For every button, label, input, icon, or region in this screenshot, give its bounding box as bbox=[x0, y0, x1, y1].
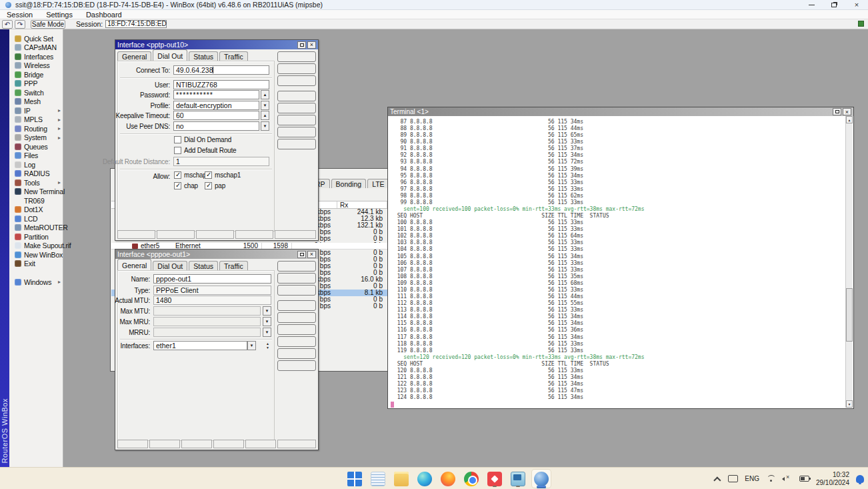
dialog-button[interactable] bbox=[277, 139, 316, 149]
dropdown-arrow-icon[interactable]: ▼ bbox=[263, 317, 271, 326]
terminal-output[interactable]: 87 8.8.8.8 56 115 34ms 88 8.8.8.8 56 115… bbox=[389, 116, 845, 408]
dialog-tab[interactable]: General bbox=[117, 259, 151, 270]
menu-dashboard[interactable]: Dashboard bbox=[79, 10, 129, 19]
sidebar-item[interactable]: Mesh ▸ bbox=[9, 97, 63, 107]
minimize-button[interactable] bbox=[800, 0, 823, 10]
sidebar-item[interactable]: Routing ▸ bbox=[9, 124, 63, 133]
dialog-tab[interactable]: Traffic bbox=[219, 261, 248, 270]
sidebar-item[interactable]: New WinBox ▸ bbox=[9, 250, 63, 260]
menu-session[interactable]: Session bbox=[0, 10, 39, 19]
dialog-button[interactable] bbox=[277, 336, 316, 347]
dialog-button[interactable] bbox=[277, 63, 316, 74]
sidebar-item[interactable]: Bridge ▸ bbox=[9, 70, 63, 79]
pppoe-dialog-titlebar[interactable]: Interface <pppoe-out1> × bbox=[115, 250, 318, 259]
dialog-tab[interactable]: Status bbox=[189, 51, 218, 61]
scrollbar-thumb[interactable] bbox=[846, 288, 853, 342]
dropdown-arrow-icon[interactable]: ▼ bbox=[263, 306, 271, 316]
add-default-route-checkbox[interactable]: Add Default Route bbox=[174, 147, 236, 154]
sidebar-item[interactable]: Tools ▸ bbox=[9, 178, 63, 187]
dialog-button[interactable] bbox=[277, 91, 316, 101]
sidebar-item[interactable]: MetaROUTER ▸ bbox=[9, 223, 63, 233]
max-mru-field[interactable] bbox=[153, 317, 261, 326]
dialog-tab[interactable]: Status bbox=[189, 261, 218, 270]
maximize-button[interactable] bbox=[823, 0, 845, 10]
sidebar-item[interactable]: Queues ▸ bbox=[9, 142, 63, 151]
terminal-scrollbar[interactable]: ▲ ▼ bbox=[845, 116, 853, 408]
mschap1-checkbox[interactable]: mschap1 bbox=[205, 171, 241, 179]
firefox-icon[interactable] bbox=[439, 470, 457, 488]
max-mtu-field[interactable] bbox=[153, 306, 261, 316]
battery-icon[interactable] bbox=[799, 476, 809, 482]
clock[interactable]: 10:32 29/10/2024 bbox=[816, 471, 849, 487]
notepad-icon[interactable] bbox=[369, 470, 387, 488]
sidebar-item[interactable]: New Terminal ▸ bbox=[9, 187, 63, 197]
edge-icon[interactable] bbox=[415, 470, 434, 488]
use-peer-dns-field[interactable]: no bbox=[173, 121, 259, 131]
spinner-icon[interactable]: ▲▼ bbox=[265, 341, 271, 350]
close-button[interactable]: × bbox=[845, 0, 868, 10]
connect-to-field[interactable]: 49.0.64.238 bbox=[173, 65, 269, 75]
dialog-button[interactable] bbox=[277, 103, 316, 113]
dropdown-arrow-icon[interactable]: ▼ bbox=[247, 341, 256, 350]
dialog-button[interactable] bbox=[277, 115, 316, 125]
undo-icon[interactable]: ↶ bbox=[2, 20, 13, 29]
session-field[interactable]: 18:FD:74:15:DB:ED bbox=[105, 20, 167, 28]
sidebar-item[interactable]: Switch ▸ bbox=[9, 88, 63, 97]
collapse-arrow-icon[interactable]: ▲ bbox=[261, 111, 269, 120]
dialog-button[interactable] bbox=[277, 75, 316, 86]
rx-column-header[interactable]: Rx bbox=[340, 201, 348, 209]
restore-icon[interactable] bbox=[833, 108, 841, 115]
sidebar-item[interactable]: Quick Set ▸ bbox=[9, 34, 63, 43]
dialog-tab[interactable]: Traffic bbox=[219, 51, 248, 61]
anydesk-icon[interactable] bbox=[485, 470, 504, 488]
close-icon[interactable]: × bbox=[307, 41, 316, 49]
sidebar-item[interactable]: Wireless ▸ bbox=[9, 61, 63, 71]
sidebar-item[interactable]: Interfaces ▸ bbox=[9, 52, 63, 61]
sidebar-item[interactable]: TR069 ▸ bbox=[9, 196, 63, 205]
dialog-button[interactable] bbox=[277, 300, 316, 311]
interfaces-field[interactable]: ether1 bbox=[153, 341, 247, 350]
tray-chevron-icon[interactable] bbox=[713, 476, 721, 484]
scroll-down-icon[interactable]: ▼ bbox=[846, 400, 853, 408]
terminal-titlebar[interactable]: Terminal <1> × bbox=[388, 107, 853, 116]
dropdown-arrow-icon[interactable]: ▼ bbox=[261, 121, 269, 131]
profile-field[interactable]: default-encryption bbox=[173, 101, 259, 110]
menu-settings[interactable]: Settings bbox=[39, 10, 79, 19]
password-field[interactable]: *********** bbox=[173, 90, 259, 99]
dialog-button[interactable] bbox=[277, 261, 316, 272]
sidebar-item[interactable]: CAPsMAN ▸ bbox=[9, 43, 63, 53]
sidebar-item[interactable]: IP ▸ bbox=[9, 106, 63, 115]
dialog-tab[interactable]: General bbox=[117, 51, 151, 61]
dialog-button[interactable] bbox=[277, 273, 316, 284]
pptp-dialog-titlebar[interactable]: Interface <pptp-out10> × bbox=[115, 40, 318, 49]
default-route-distance-field[interactable]: 1 bbox=[173, 157, 269, 166]
sidebar-item[interactable]: Files ▸ bbox=[9, 151, 63, 161]
redo-icon[interactable]: ↷ bbox=[15, 20, 25, 29]
notification-bell-icon[interactable] bbox=[856, 475, 864, 483]
dialog-tab[interactable]: Dial Out bbox=[153, 49, 187, 61]
mrru-field[interactable] bbox=[153, 328, 261, 337]
sidebar-item[interactable]: Windows ▸ bbox=[9, 278, 63, 287]
name-field[interactable]: pppoe-out1 bbox=[153, 274, 271, 284]
scroll-up-icon[interactable]: ▲ bbox=[846, 116, 853, 123]
dropdown-arrow-icon[interactable]: ▼ bbox=[261, 101, 269, 110]
sidebar-item[interactable]: Exit ▸ bbox=[9, 260, 63, 269]
explorer-icon[interactable] bbox=[392, 470, 411, 488]
dropdown-arrow-icon[interactable]: ▼ bbox=[263, 328, 271, 337]
dialog-button[interactable] bbox=[277, 127, 316, 137]
sidebar-item[interactable]: PPP ▸ bbox=[9, 79, 63, 89]
winbox-icon[interactable] bbox=[532, 470, 551, 488]
start-icon[interactable] bbox=[345, 470, 364, 488]
dialog-button[interactable] bbox=[277, 51, 316, 62]
close-icon[interactable]: × bbox=[307, 251, 316, 258]
sidebar-item[interactable]: System ▸ bbox=[9, 133, 63, 143]
sidebar-item[interactable]: Partition ▸ bbox=[9, 232, 63, 241]
restore-icon[interactable] bbox=[297, 251, 306, 258]
dialog-tab[interactable]: Dial Out bbox=[153, 261, 187, 270]
sysmon-icon[interactable] bbox=[509, 470, 527, 488]
dialog-button[interactable] bbox=[277, 360, 316, 371]
pap-checkbox[interactable]: pap bbox=[205, 182, 225, 189]
sidebar-item[interactable]: Log ▸ bbox=[9, 160, 63, 169]
restore-icon[interactable] bbox=[297, 41, 306, 49]
interface-list-tab[interactable]: LTE bbox=[367, 179, 389, 188]
